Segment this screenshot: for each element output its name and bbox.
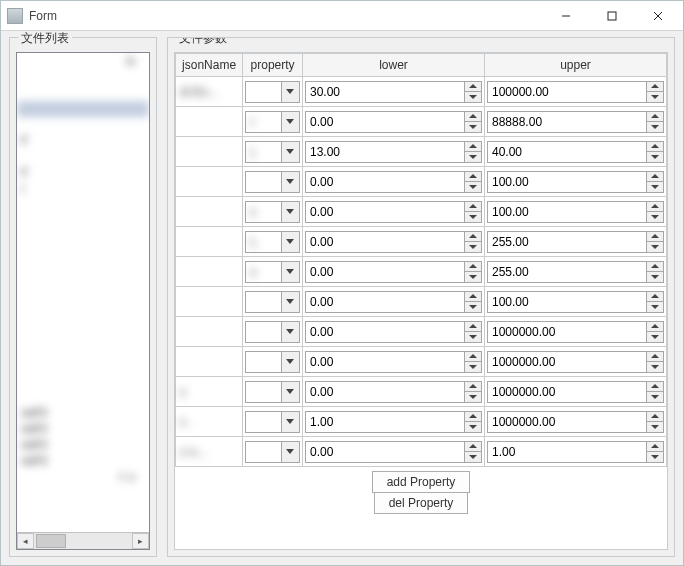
upper-spinbox-input[interactable]: [488, 172, 646, 192]
upper-spinbox-down[interactable]: [647, 331, 663, 342]
property-combo[interactable]: [245, 441, 300, 463]
property-combo[interactable]: [245, 321, 300, 343]
upper-spinbox-down[interactable]: [647, 361, 663, 372]
property-combo[interactable]: c: [245, 201, 300, 223]
upper-spinbox-input[interactable]: [488, 352, 646, 372]
property-combo[interactable]: s: [245, 261, 300, 283]
property-combo-button[interactable]: [281, 322, 299, 342]
lower-spinbox-up[interactable]: [465, 292, 481, 302]
upper-spinbox-input[interactable]: [488, 442, 646, 462]
property-combo[interactable]: [245, 411, 300, 433]
lower-spinbox[interactable]: [305, 411, 482, 433]
lower-spinbox[interactable]: [305, 261, 482, 283]
lower-spinbox-up[interactable]: [465, 322, 481, 332]
upper-spinbox-up[interactable]: [647, 112, 663, 122]
upper-spinbox[interactable]: [487, 291, 664, 313]
scroll-track[interactable]: [34, 533, 132, 549]
property-combo[interactable]: [245, 291, 300, 313]
lower-spinbox-down[interactable]: [465, 361, 481, 372]
list-item[interactable]: [17, 229, 149, 245]
upper-spinbox[interactable]: [487, 81, 664, 103]
lower-spinbox-down[interactable]: [465, 271, 481, 282]
lower-spinbox-down[interactable]: [465, 91, 481, 102]
lower-spinbox-input[interactable]: [306, 112, 464, 132]
upper-spinbox-up[interactable]: [647, 262, 663, 272]
upper-spinbox-up[interactable]: [647, 442, 663, 452]
lower-spinbox-down[interactable]: [465, 331, 481, 342]
list-item[interactable]: r: [17, 181, 149, 197]
upper-spinbox-input[interactable]: [488, 382, 646, 402]
file-list[interactable]: is FFrneFilneFilneFilneFill: v: [17, 53, 149, 532]
lower-spinbox-down[interactable]: [465, 421, 481, 432]
list-item[interactable]: [17, 373, 149, 389]
property-combo[interactable]: [245, 81, 300, 103]
lower-spinbox-up[interactable]: [465, 232, 481, 242]
lower-spinbox[interactable]: [305, 351, 482, 373]
property-combo-button[interactable]: [281, 112, 299, 132]
list-item[interactable]: [17, 197, 149, 213]
upper-spinbox-input[interactable]: [488, 82, 646, 102]
lower-spinbox-down[interactable]: [465, 151, 481, 162]
property-combo-button[interactable]: [281, 352, 299, 372]
upper-spinbox[interactable]: [487, 141, 664, 163]
scroll-left-button[interactable]: ◂: [17, 533, 34, 549]
list-item[interactable]: neFil: [17, 453, 149, 469]
list-item[interactable]: neFil: [17, 405, 149, 421]
upper-spinbox-up[interactable]: [647, 412, 663, 422]
upper-spinbox-down[interactable]: [647, 121, 663, 132]
lower-spinbox-input[interactable]: [306, 382, 464, 402]
list-item[interactable]: [17, 357, 149, 373]
lower-spinbox[interactable]: [305, 441, 482, 463]
list-item[interactable]: [17, 341, 149, 357]
lower-spinbox[interactable]: [305, 291, 482, 313]
upper-spinbox-down[interactable]: [647, 451, 663, 462]
lower-spinbox[interactable]: [305, 321, 482, 343]
upper-spinbox-up[interactable]: [647, 322, 663, 332]
upper-spinbox[interactable]: [487, 321, 664, 343]
upper-spinbox-up[interactable]: [647, 82, 663, 92]
lower-spinbox-input[interactable]: [306, 412, 464, 432]
list-item[interactable]: [17, 69, 149, 85]
del-property-button[interactable]: del Property: [374, 493, 469, 514]
property-combo-button[interactable]: [281, 412, 299, 432]
upper-spinbox-input[interactable]: [488, 292, 646, 312]
upper-spinbox[interactable]: [487, 261, 664, 283]
scroll-thumb[interactable]: [36, 534, 66, 548]
lower-spinbox-input[interactable]: [306, 232, 464, 252]
list-item[interactable]: neFil: [17, 437, 149, 453]
property-combo[interactable]: r: [245, 111, 300, 133]
maximize-button[interactable]: [589, 2, 635, 30]
property-combo-button[interactable]: [281, 442, 299, 462]
property-combo-button[interactable]: [281, 262, 299, 282]
upper-spinbox-down[interactable]: [647, 271, 663, 282]
upper-spinbox-down[interactable]: [647, 391, 663, 402]
upper-spinbox-up[interactable]: [647, 292, 663, 302]
list-item[interactable]: [17, 101, 149, 117]
close-button[interactable]: [635, 2, 681, 30]
property-combo[interactable]: ): [245, 141, 300, 163]
lower-spinbox[interactable]: [305, 171, 482, 193]
lower-spinbox-down[interactable]: [465, 391, 481, 402]
list-item[interactable]: [17, 213, 149, 229]
lower-spinbox-up[interactable]: [465, 262, 481, 272]
list-item[interactable]: [17, 309, 149, 325]
list-item[interactable]: [17, 389, 149, 405]
upper-spinbox[interactable]: [487, 171, 664, 193]
lower-spinbox-input[interactable]: [306, 202, 464, 222]
lower-spinbox[interactable]: [305, 201, 482, 223]
upper-spinbox-up[interactable]: [647, 202, 663, 212]
lower-spinbox-input[interactable]: [306, 322, 464, 342]
upper-spinbox-up[interactable]: [647, 232, 663, 242]
lower-spinbox-input[interactable]: [306, 352, 464, 372]
lower-spinbox-up[interactable]: [465, 142, 481, 152]
upper-spinbox[interactable]: [487, 381, 664, 403]
upper-spinbox-input[interactable]: [488, 142, 646, 162]
lower-spinbox-up[interactable]: [465, 442, 481, 452]
list-item[interactable]: [17, 325, 149, 341]
upper-spinbox-input[interactable]: [488, 202, 646, 222]
lower-spinbox-up[interactable]: [465, 202, 481, 212]
lower-spinbox-input[interactable]: [306, 82, 464, 102]
upper-spinbox-down[interactable]: [647, 421, 663, 432]
lower-spinbox-input[interactable]: [306, 292, 464, 312]
lower-spinbox-up[interactable]: [465, 172, 481, 182]
